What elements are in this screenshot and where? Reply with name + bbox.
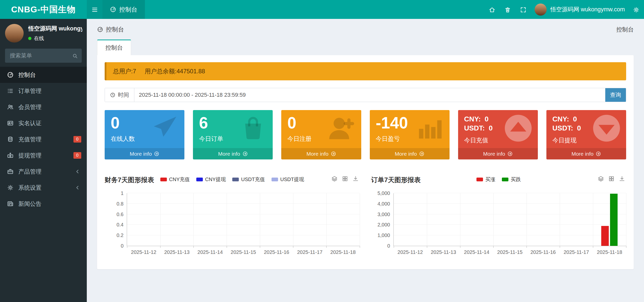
info-box-inner: 0今日注册 bbox=[281, 110, 361, 148]
chart-toolbox bbox=[331, 176, 359, 182]
sidebar-item-recharge[interactable]: 充值管理0 bbox=[0, 131, 87, 147]
bar-买涨 bbox=[601, 226, 609, 246]
more-info-link[interactable]: More info bbox=[281, 148, 361, 159]
withdraw-icon bbox=[7, 152, 14, 159]
legend-marker bbox=[502, 178, 508, 181]
top-navbar: CNBG-中国生物 控制台 悟空源码网 wukongymw.com bbox=[0, 0, 644, 19]
status-dot-icon bbox=[28, 37, 31, 40]
chart-header: 财务7天图形报表CNY充值CNY提现USDT充值USDT提现 bbox=[105, 176, 360, 190]
more-info-link[interactable]: More info bbox=[105, 148, 184, 159]
settings-button[interactable] bbox=[628, 0, 644, 19]
y-axis-label: 0.6 bbox=[116, 211, 124, 217]
sidebar: 悟空源码网 wukongymw.com 在线 控制台订单管理会员管理实名认证充值… bbox=[0, 19, 87, 302]
more-info-link[interactable]: More info bbox=[370, 148, 450, 159]
legend-item[interactable]: USDT提现 bbox=[271, 176, 304, 183]
total-users-text: 总用户:7 bbox=[113, 67, 136, 75]
sidebar-item-orders[interactable]: 订单管理 bbox=[0, 83, 87, 99]
toolbox-dataview-icon[interactable] bbox=[608, 176, 615, 182]
y-axis-label: 0.8 bbox=[116, 201, 124, 207]
breadcrumb-right: 控制台 bbox=[616, 26, 634, 33]
toolbox-download-icon[interactable] bbox=[352, 176, 359, 182]
x-axis-label: 2025-11-18 bbox=[330, 249, 356, 255]
chart-legend: 买涨买跌 bbox=[476, 176, 521, 183]
legend-marker bbox=[160, 178, 167, 181]
navbar-user-menu[interactable]: 悟空源码网 wukongymw.com bbox=[531, 0, 628, 19]
list-icon bbox=[7, 88, 14, 94]
summary-banner: 总用户:7 用户总余额:447501.88 bbox=[105, 62, 626, 80]
sidebar-item-label: 产品管理 bbox=[18, 168, 42, 176]
legend-item[interactable]: CNY提现 bbox=[196, 176, 226, 183]
sidebar-item-products[interactable]: 产品管理 bbox=[0, 163, 87, 180]
idcard-icon bbox=[7, 120, 14, 126]
arrow-circle-right-icon bbox=[243, 151, 248, 156]
info-box-value: USDT: 0 bbox=[552, 124, 620, 133]
legend-item[interactable]: 买涨 bbox=[476, 176, 495, 183]
more-info-link[interactable]: More info bbox=[193, 148, 273, 159]
expand-icon bbox=[520, 6, 527, 13]
main-content: 控制台 控制台 控制台 总用户:7 用户总余额:447501.88 时间 查询 … bbox=[87, 0, 644, 269]
toolbox-dataview-icon[interactable] bbox=[342, 176, 348, 182]
hamburger-icon bbox=[91, 6, 98, 13]
total-balance-text: 用户总余额:447501.88 bbox=[145, 67, 205, 75]
online-status: 在线 bbox=[28, 35, 82, 42]
more-info-link[interactable]: More info bbox=[546, 148, 626, 159]
info-box-today-pnl: -140今日盈亏More info bbox=[370, 110, 450, 159]
orders-chart: 订单7天图形报表买涨买跌01,0002,0003,0004,0005,00020… bbox=[371, 176, 626, 259]
toolbox-download-icon[interactable] bbox=[619, 176, 625, 182]
content-header: 控制台 控制台 bbox=[87, 19, 644, 33]
info-box-inner: 6今日订单 bbox=[193, 110, 273, 148]
nav-console-item[interactable]: 控制台 bbox=[102, 0, 145, 19]
stack-icon bbox=[598, 175, 604, 182]
sidebar-avatar bbox=[5, 24, 24, 43]
dashboard-box-body: 总用户:7 用户总余额:447501.88 时间 查询 0在线人数More in… bbox=[97, 55, 634, 269]
info-box-label: 在线人数 bbox=[111, 135, 178, 143]
page-title: 控制台 bbox=[106, 25, 124, 33]
chevron-left-icon bbox=[74, 168, 81, 175]
home-button[interactable] bbox=[484, 0, 500, 19]
legend-label: 买涨 bbox=[485, 176, 495, 183]
info-box-label: 今日提现 bbox=[552, 136, 620, 144]
charts-row: 财务7天图形报表CNY充值CNY提现USDT充值USDT提现00.20.40.6… bbox=[105, 176, 626, 259]
chart-plot: 00.20.40.60.812025-11-122025-11-132025-1… bbox=[127, 193, 360, 246]
tab-console[interactable]: 控制台 bbox=[97, 40, 131, 55]
fullscreen-button[interactable] bbox=[515, 0, 531, 19]
legend-marker bbox=[196, 178, 203, 181]
toolbox-stack-icon[interactable] bbox=[331, 176, 338, 182]
sidebar-item-settings[interactable]: 系统设置 bbox=[0, 180, 87, 196]
toolbox-stack-icon[interactable] bbox=[598, 176, 604, 182]
arrow-circle-right-icon bbox=[154, 151, 159, 156]
sidebar-item-label: 系统设置 bbox=[18, 184, 42, 192]
info-box-value: CNY: 0 bbox=[552, 115, 620, 124]
briefcase-icon bbox=[7, 168, 14, 175]
clear-cache-button[interactable] bbox=[500, 0, 515, 19]
count-badge: 0 bbox=[73, 152, 81, 159]
x-axis-label: 2025-11-18 bbox=[597, 249, 622, 255]
query-button[interactable]: 查询 bbox=[605, 88, 626, 102]
search-button[interactable] bbox=[68, 49, 82, 63]
more-info-link[interactable]: More info bbox=[458, 148, 538, 159]
chart-plot: 01,0002,0003,0004,0005,0002025-11-122025… bbox=[393, 193, 626, 246]
sidebar-toggle-button[interactable] bbox=[87, 0, 102, 19]
sidebar-item-withdraw[interactable]: 提现管理0 bbox=[0, 147, 87, 163]
info-box-row: 0在线人数More info6今日订单More info0今日注册More in… bbox=[105, 110, 626, 159]
breadcrumb: 控制台 bbox=[97, 25, 124, 33]
dashboard-box: 控制台 总用户:7 用户总余额:447501.88 时间 查询 0在线人数Mor… bbox=[97, 40, 634, 269]
sidebar-item-news[interactable]: 新闻公告 bbox=[0, 196, 87, 212]
info-box-inner: 0在线人数 bbox=[105, 110, 184, 148]
sidebar-item-members[interactable]: 会员管理 bbox=[0, 99, 87, 115]
time-range-input[interactable] bbox=[134, 88, 605, 102]
info-box-label: 今日注册 bbox=[287, 135, 355, 143]
avatar bbox=[535, 4, 547, 16]
sidebar-item-console[interactable]: 控制台 bbox=[0, 67, 87, 83]
legend-item[interactable]: CNY充值 bbox=[160, 176, 190, 183]
gears-icon bbox=[7, 184, 14, 191]
brand-logo[interactable]: CNBG-中国生物 bbox=[0, 0, 87, 19]
arrow-circle-right-icon bbox=[507, 151, 513, 156]
legend-item[interactable]: USDT充值 bbox=[232, 176, 265, 183]
legend-item[interactable]: 买跌 bbox=[502, 176, 521, 183]
y-axis-label: 0 bbox=[387, 243, 390, 249]
clock-icon bbox=[110, 92, 115, 98]
sidebar-item-kyc[interactable]: 实名认证 bbox=[0, 115, 87, 131]
time-filter: 时间 查询 bbox=[105, 88, 626, 102]
more-info-label: More info bbox=[483, 151, 505, 157]
